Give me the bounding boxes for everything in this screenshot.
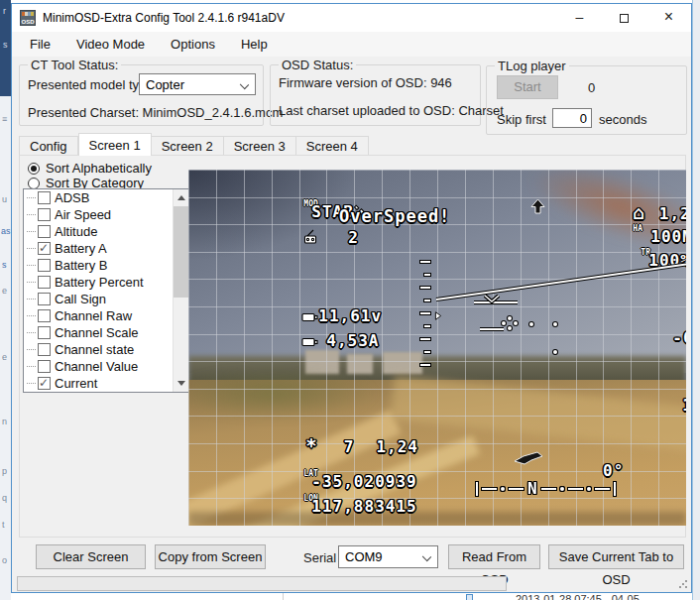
radio-icon <box>28 163 40 175</box>
tabstrip: ConfigScreen 1Screen 2Screen 3Screen 4 <box>19 133 369 156</box>
osd-mode-number[interactable]: 2 <box>198 209 359 266</box>
progress-bar <box>17 576 507 591</box>
tab-screen-1[interactable]: Screen 1 <box>78 133 152 156</box>
menu-item-video-mode[interactable]: Video Mode <box>63 32 158 58</box>
serial-port-select[interactable]: COM9 <box>338 545 438 568</box>
scrollbar-thumb[interactable] <box>174 206 189 298</box>
app-icon: OSD <box>20 10 36 26</box>
serial-port-value: COM9 <box>345 549 383 564</box>
checkbox-battery-a[interactable] <box>38 242 51 255</box>
titlebar[interactable]: OSD MinimOSD-Extra Config Tool 2.4.1.6 r… <box>12 4 691 32</box>
ct-tool-status-title: CT Tool Status: <box>28 58 121 72</box>
list-item-call-sign[interactable]: Call Sign <box>24 291 189 307</box>
list-item-battery-b[interactable]: Battery B <box>24 257 189 274</box>
checkbox-current[interactable] <box>38 377 51 390</box>
current-icon <box>301 336 318 348</box>
menu-item-help[interactable]: Help <box>228 32 281 58</box>
checkbox-channel-raw[interactable] <box>38 309 51 322</box>
list-item-battery-percent[interactable]: Battery Percent <box>24 274 189 291</box>
menu-item-options[interactable]: Options <box>158 32 228 58</box>
seconds-label: seconds <box>599 112 646 127</box>
compass-north-label: N <box>527 482 537 496</box>
desktop: r s ≡ u as s e e n p q t o 2013-01-28 07… <box>0 0 700 600</box>
list-item-current[interactable]: Current <box>24 375 189 392</box>
background-file-date: 2013-01-28 07:45 - 04-05 <box>516 593 640 600</box>
tab-screen-4[interactable]: Screen 4 <box>296 136 369 156</box>
checkbox-air-speed[interactable] <box>38 208 51 221</box>
ladder-pointer-icon <box>430 311 446 320</box>
chevron-down-icon <box>240 80 249 89</box>
osd-status-title: OSD Status: <box>279 58 356 72</box>
window-title: MinimOSD-Extra Config Tool 2.4.1.6 r941a… <box>43 11 285 25</box>
list-item-air-speed[interactable]: Air Speed <box>24 206 189 223</box>
tlog-start-button[interactable]: Start <box>497 75 558 99</box>
osd-warning[interactable]: OverSpeed! <box>339 206 450 226</box>
firmware-version-label: Firmware version of OSD: 946 <box>279 75 452 90</box>
osd-compass[interactable]: N <box>476 482 616 496</box>
osd-longitude[interactable]: LON117,883415 <box>198 478 417 526</box>
menubar: FileVideo ModeOptionsHelp <box>12 32 691 58</box>
tab-screen-2[interactable]: Screen 2 <box>152 136 224 156</box>
resize-grip-icon[interactable] <box>678 579 688 589</box>
maximize-icon <box>620 14 629 23</box>
save-current-tab-button[interactable]: Save Current Tab to OSD <box>548 544 684 569</box>
list-item-channel-state[interactable]: Channel state <box>24 341 189 358</box>
screen1-tabpage: Sort Alphabetically Sort By Category ADS… <box>19 155 686 538</box>
model-type-select[interactable]: Copter <box>139 73 256 95</box>
tab-config[interactable]: Config <box>19 136 78 156</box>
last-charset-label: Last charset uploaded to OSD: Charset <box>279 103 504 118</box>
background-window-right <box>692 0 700 600</box>
scrollbar[interactable] <box>173 189 189 392</box>
checkbox-channel-state[interactable] <box>38 343 51 356</box>
osd-pitch[interactable]: -6°↕ <box>567 306 686 366</box>
tlog-counter: 0 <box>588 80 595 95</box>
checkbox-call-sign[interactable] <box>38 293 51 305</box>
osd-heading[interactable]: 0° <box>603 461 624 480</box>
model-type-value: Copter <box>146 77 184 92</box>
checkbox-altitude[interactable] <box>38 225 51 238</box>
minimize-button[interactable]: – <box>557 4 602 32</box>
list-item-channel-value[interactable]: Channel Value <box>24 358 189 375</box>
checkbox-adsb[interactable] <box>38 191 51 204</box>
tab-screen-3[interactable]: Screen 3 <box>224 136 296 156</box>
skip-first-label: Skip first <box>497 112 546 127</box>
checkbox-battery-percent[interactable] <box>38 276 51 289</box>
skip-first-input[interactable] <box>552 108 592 128</box>
osd-roll[interactable]: 10°↻ <box>577 374 686 433</box>
background-window-left: r s ≡ u as s e e n p q t o <box>0 0 11 600</box>
sort-alphabetically-option[interactable]: Sort Alphabetically <box>28 161 152 176</box>
osd-battery-current[interactable]: 4,53A <box>196 312 380 369</box>
close-icon: × <box>664 8 673 25</box>
osd-elements-list[interactable]: ADSBAir SpeedAltitudeBattery ABattery BB… <box>23 188 190 393</box>
list-item-adsb[interactable]: ADSB <box>24 189 189 206</box>
close-button[interactable]: × <box>646 4 691 32</box>
osd-ladder <box>420 261 430 366</box>
background-window-bottom: 2013-01-28 07:45 - 04-05 <box>11 593 692 600</box>
tlog-player-title: TLog player <box>495 59 569 73</box>
checkbox-channel-scale[interactable] <box>38 326 51 339</box>
list-item-altitude[interactable]: Altitude <box>24 223 189 240</box>
list-item-battery-a[interactable]: Battery A <box>24 240 189 257</box>
ct-tool-status-group: CT Tool Status: Presented model type: Co… <box>19 64 264 126</box>
copter-icon[interactable] <box>514 451 543 468</box>
model-type-label: Presented model type: <box>28 77 157 92</box>
osd-throttle[interactable]: TR100% <box>535 232 686 289</box>
app-window: OSD MinimOSD-Extra Config Tool 2.4.1.6 r… <box>11 3 692 593</box>
scroll-up-icon <box>177 195 185 200</box>
list-item-channel-scale[interactable]: Channel Scale <box>24 324 189 341</box>
horizon-center-icon <box>484 295 500 303</box>
background-file-icon <box>466 594 473 600</box>
tlog-player-group: TLog player Start 0 Skip first seconds <box>486 65 687 135</box>
osd-screen-preview[interactable]: MODSTAB 2 OverSpeed! ⌂1,2KM HA100M <box>188 170 686 526</box>
presented-charset-label: Presented Charset: MinimOSD_2.4.1.6.mcm <box>28 105 283 120</box>
menu-item-file[interactable]: File <box>17 32 63 58</box>
list-item-channel-raw[interactable]: Channel Raw <box>24 307 189 324</box>
copy-from-screen-button[interactable]: Copy from Screen <box>155 544 266 569</box>
checkbox-channel-value[interactable] <box>38 360 51 373</box>
clear-screen-button[interactable]: Clear Screen <box>36 544 146 569</box>
rc-transmitter-icon <box>303 229 318 245</box>
maximize-button[interactable] <box>602 4 646 32</box>
chevron-down-icon <box>422 552 431 561</box>
read-from-osd-button[interactable]: Read From OSD <box>448 544 540 569</box>
checkbox-battery-b[interactable] <box>38 259 51 272</box>
